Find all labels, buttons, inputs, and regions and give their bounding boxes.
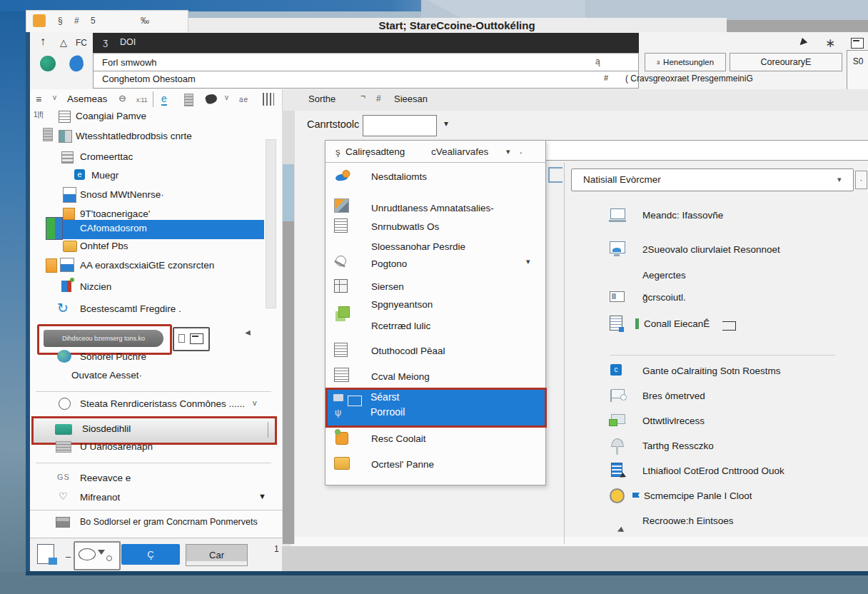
sidebar-item-label: Snosd MWtNenrse·: [80, 189, 164, 200]
filter-box[interactable]: [74, 541, 121, 570]
menu-item-otuthocodl[interactable]: Otuthocodl Pēaal: [326, 343, 540, 361]
window-preview-button[interactable]: [173, 327, 210, 351]
home-icon[interactable]: △: [60, 37, 67, 48]
mailbox-icon: [46, 258, 57, 273]
menu-item-label: Nesdtaliomts: [371, 171, 427, 182]
sparkle-icon[interactable]: ∗: [825, 36, 835, 51]
back-icon[interactable]: ↑: [40, 35, 46, 48]
menu-item-snrnubwatls[interactable]: Snrnubwatls Os: [326, 218, 540, 237]
rp-item-recrooweh[interactable]: Recroowe:h Eintsoes: [607, 513, 864, 531]
columns-icon[interactable]: [263, 93, 274, 106]
menu-item-resc[interactable]: Resc Coolait: [326, 431, 540, 450]
caret-icon[interactable]: v: [53, 94, 56, 101]
sidebar-item-muegr[interactable]: e Muegr: [43, 168, 271, 184]
underline-e-icon[interactable]: e: [161, 93, 167, 106]
mini-glyph-3[interactable]: 5: [91, 16, 96, 26]
sidebar-item-mifreanot[interactable]: ♡ Mifreanot ▼: [43, 490, 271, 506]
mini-glyph-4[interactable]: ‰: [141, 16, 149, 26]
doc-share-icon[interactable]: [37, 544, 54, 564]
sidebar-item-nizcien[interactable]: Nizcien: [43, 280, 271, 296]
sidebar-item-steata[interactable]: Steata Renrdiceristass Conmônes ...... v: [43, 397, 271, 413]
fc-icon[interactable]: FC: [76, 38, 87, 48]
sidebar-divider-2: [36, 463, 271, 463]
hamburger-icon[interactable]: ≡: [36, 94, 41, 105]
category-button[interactable]: CoreouraryE: [730, 53, 842, 71]
window-titlebar[interactable]: Start; StareCcoine-Outtokéling: [187, 18, 727, 34]
title-address-bar[interactable]: ʒ DOI: [93, 33, 639, 53]
tab-sieesan[interactable]: Sieesan: [394, 94, 428, 104]
green-globe-icon[interactable]: [40, 56, 56, 71]
search-input[interactable]: Forl smwowh ą: [93, 53, 639, 72]
folder-outline-icon: [722, 321, 736, 331]
rp-item-bres[interactable]: Bres ômetrved: [607, 387, 864, 406]
rp-item-aegerctes[interactable]: Aegerctes: [607, 267, 864, 286]
sidebar-item-label: Cromeerttac: [80, 151, 133, 162]
device-combobox[interactable]: Natisiall Evòrcmer ▾: [571, 168, 854, 191]
mini-glyph-2[interactable]: #: [74, 16, 79, 26]
header-text-strip[interactable]: [526, 140, 868, 161]
chevron-down-icon[interactable]: v: [253, 398, 257, 407]
sidebar-item-coangiai[interactable]: Coangiai Pamve: [43, 109, 271, 125]
menu-tab-1[interactable]: Caliręsadteng: [345, 146, 405, 157]
rp-item-meandc[interactable]: Meandc: Ifassovñe: [607, 206, 864, 227]
menu-item-sloessanohar[interactable]: Sloessanohar Pesrdie Pogtono ▾: [326, 240, 540, 276]
flag-icon: [611, 389, 625, 398]
rp-item-gante[interactable]: c Gante oCalraiting Sotn Roestms: [607, 363, 864, 381]
combobox-caret-icon[interactable]: ▾: [837, 175, 842, 184]
cut-button[interactable]: S0: [847, 50, 868, 94]
sidebar-item-cromeerttac[interactable]: Cromeerttac: [43, 150, 271, 166]
rp-item-gcrscoiutl[interactable]: ğcrscoiutl.: [607, 288, 864, 307]
sidebar-item-reevavce[interactable]: GS Reevavce e: [43, 471, 271, 487]
control-input[interactable]: [363, 115, 437, 136]
sidebar-item-onhtef[interactable]: Onhtef Pbs: [43, 239, 271, 255]
main-scrollbar-thumb[interactable]: [283, 221, 294, 544]
dropdown-arrow-icon[interactable]: ▼: [258, 492, 266, 500]
sidebar-item-bosodlorsel[interactable]: Bo Sodlorsel er gram Concrnam Ponmervets: [43, 515, 278, 531]
rp-item-tarthg[interactable]: Tarthg Ressczko: [607, 437, 864, 455]
caret-icon-2[interactable]: v: [225, 94, 228, 101]
sidebar-item-label: AA eoraxdscxiaiGtE czonsrcten: [80, 260, 214, 271]
panel-icon: [59, 130, 72, 143]
sidebar-item-selected[interactable]: CAfomadosrom: [61, 220, 264, 239]
sidebar-item-aaeoraxd[interactable]: AA eoraxdscxiaiGtE czonsrcten: [43, 258, 271, 275]
rp-item-sueovalo[interactable]: 2Sueovalo cliurvlaiet Resonnoet: [607, 240, 864, 261]
secondary-search-input[interactable]: Conghetom Ohestoam: [93, 71, 639, 89]
restore-icon: [335, 432, 348, 445]
rp-item-ottwtlivlrecess[interactable]: Ottwtlivlrecess: [607, 412, 864, 431]
tab-sorthe[interactable]: Sorthe: [308, 94, 335, 104]
ae-icon[interactable]: ae: [239, 96, 248, 104]
menu-tab-2[interactable]: cVealiarvafes: [431, 146, 488, 157]
cancel-button[interactable]: Car: [186, 544, 248, 566]
sidebar-item-sonorei[interactable]: Sonorei Pucnre: [43, 348, 271, 366]
mini-glyph-1[interactable]: §: [58, 16, 63, 26]
tab-hash-icon: #: [376, 94, 381, 104]
windows-icon[interactable]: [851, 38, 864, 49]
control-caret-icon[interactable]: ▾: [444, 119, 448, 129]
rp-item-scmemcipe[interactable]: Scmemcipe Panle I Cloot: [607, 488, 864, 506]
menu-item-spgnyeantson[interactable]: Spgnyeantson Rcetrræd lulic: [326, 298, 540, 335]
rp-item-lthiafiool[interactable]: Lthiafiool CotErod Cnttrood Ouok: [607, 463, 864, 481]
sidebar-item-label: Ouvatce Aesset·: [71, 370, 142, 381]
main-scrollbar-thumb-blue[interactable]: [283, 164, 294, 221]
menu-item-siersen[interactable]: Siersen: [326, 279, 540, 296]
book-icon[interactable]: [184, 94, 193, 106]
ok-button[interactable]: Ç: [121, 544, 180, 565]
menu-item-selected[interactable]: ψ Séarst Porrooil: [326, 388, 547, 428]
combobox-side-button[interactable]: ·: [855, 171, 867, 189]
menu-item-ocrtesl[interactable]: Ocrtesl' Panne: [326, 457, 540, 477]
sidebar-item-snosd[interactable]: Snosd MWtNenrse·: [43, 187, 271, 204]
mini-titlebar[interactable]: § # 5 ‰: [26, 10, 188, 34]
rp-item-conall[interactable]: Conall EiecanÊ: [607, 315, 864, 335]
sidebar-item-bcestescamtl[interactable]: ↻ Bcestescamtl Fregdire .: [43, 301, 271, 318]
menu-item-unrudtlaness[interactable]: Unrudtlaness Amnatatsalies-: [326, 198, 540, 217]
sidebar-item-uariosarenapn[interactable]: U Uariosarenapn: [43, 440, 271, 455]
menu-item-nesdtaliomts[interactable]: Nesdtaliomts: [326, 168, 540, 187]
sidebar-item-ouvatce[interactable]: Ouvatce Aesset·: [43, 368, 271, 384]
menu-item-ccval[interactable]: Ccval Meiong: [326, 368, 540, 386]
menu-header-caret-icon[interactable]: ▾: [506, 147, 510, 156]
sidebar-item-wtesshtatled[interactable]: Wtesshtatledbrodbsis cnrte: [43, 129, 271, 145]
circle-minus-icon[interactable]: ⊖: [118, 93, 126, 104]
cancel-button-label: Car: [209, 550, 224, 560]
settings-button[interactable]: ɜ Henetsunglen: [645, 53, 726, 71]
selected-label-1: Séarst: [370, 391, 399, 403]
